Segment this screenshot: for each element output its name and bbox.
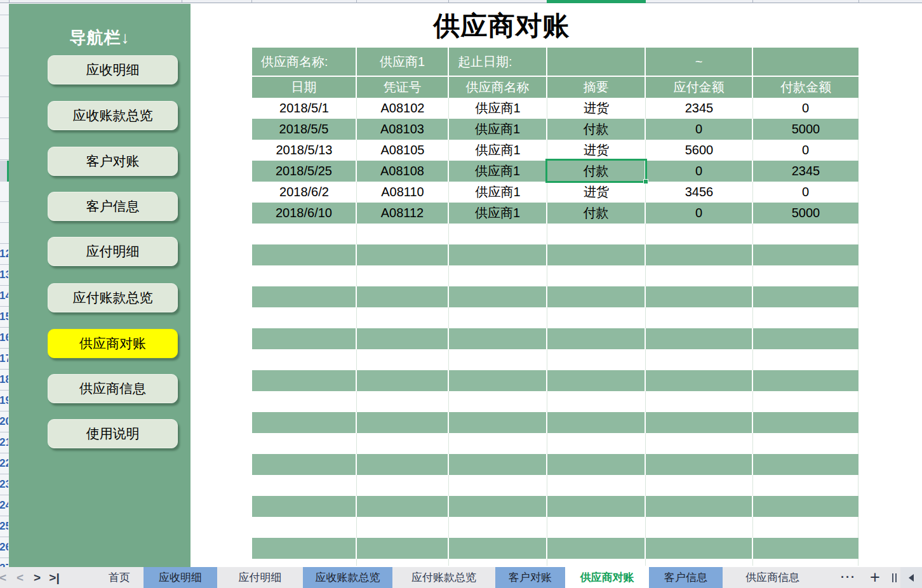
empty-cell[interactable]	[753, 265, 859, 286]
data-cell[interactable]: A08105	[357, 140, 449, 161]
data-cell[interactable]: 进货	[547, 140, 646, 161]
data-cell[interactable]: 付款	[547, 161, 646, 182]
data-cell[interactable]: 0	[646, 161, 753, 182]
empty-cell[interactable]	[252, 496, 357, 517]
empty-cell[interactable]	[547, 370, 646, 391]
empty-cell[interactable]	[357, 286, 449, 307]
data-cell[interactable]: A08110	[357, 182, 449, 203]
empty-cell[interactable]	[449, 265, 547, 286]
empty-cell[interactable]	[357, 265, 449, 286]
sidebar-button-2[interactable]: 应收账款总览	[48, 101, 178, 130]
data-cell[interactable]: 供应商1	[449, 119, 547, 140]
data-cell[interactable]: 供应商1	[449, 140, 547, 161]
info-cell[interactable]: 起止日期:	[449, 48, 547, 77]
sheet-tab[interactable]: 客户信息	[649, 567, 723, 588]
row-header-strip[interactable]: 12131415161718192021222324252627	[0, 4, 9, 567]
empty-cell[interactable]	[646, 286, 753, 307]
sheet-tab[interactable]: 首页	[95, 567, 144, 588]
empty-cell[interactable]	[547, 328, 646, 349]
empty-cell[interactable]	[449, 475, 547, 496]
empty-cell[interactable]	[547, 454, 646, 475]
data-cell[interactable]: 供应商1	[449, 203, 547, 224]
empty-cell[interactable]	[252, 328, 357, 349]
column-header-strip[interactable]	[0, 0, 922, 3]
data-cell[interactable]: 2018/5/5	[252, 119, 357, 140]
sidebar-button-1[interactable]: 应收明细	[48, 55, 178, 84]
sidebar-button-7[interactable]: 供应商对账	[48, 329, 178, 358]
empty-cell[interactable]	[252, 559, 357, 566]
empty-cell[interactable]	[252, 370, 357, 391]
info-cell[interactable]: ~	[646, 48, 753, 77]
first-sheet-icon[interactable]: <	[0, 567, 11, 588]
empty-cell[interactable]	[753, 538, 859, 559]
empty-cell[interactable]	[753, 370, 859, 391]
empty-cell[interactable]	[547, 517, 646, 538]
tab-splitter-handle[interactable]	[888, 567, 900, 588]
column-header-cell[interactable]: 供应商名称	[449, 77, 547, 98]
empty-cell[interactable]	[357, 454, 449, 475]
info-cell[interactable]: 供应商名称:	[252, 48, 357, 77]
data-cell[interactable]: 5000	[753, 203, 859, 224]
empty-cell[interactable]	[252, 391, 357, 412]
empty-cell[interactable]	[357, 412, 449, 433]
data-cell[interactable]: A08108	[357, 161, 449, 182]
data-cell[interactable]: 0	[646, 119, 753, 140]
empty-cell[interactable]	[252, 244, 357, 265]
data-cell[interactable]: 付款	[547, 203, 646, 224]
data-cell[interactable]: 0	[646, 203, 753, 224]
empty-cell[interactable]	[646, 559, 753, 566]
empty-cell[interactable]	[646, 538, 753, 559]
empty-cell[interactable]	[357, 475, 449, 496]
last-sheet-icon[interactable]: >|	[46, 567, 63, 588]
empty-cell[interactable]	[449, 349, 547, 370]
empty-cell[interactable]	[252, 517, 357, 538]
empty-cell[interactable]	[547, 391, 646, 412]
empty-cell[interactable]	[547, 286, 646, 307]
empty-cell[interactable]	[357, 391, 449, 412]
column-header-cell[interactable]: 摘要	[547, 77, 646, 98]
data-cell[interactable]: 供应商1	[449, 98, 547, 119]
empty-cell[interactable]	[646, 517, 753, 538]
empty-cell[interactable]	[547, 224, 646, 244]
sheet-overflow-button[interactable]: ···	[834, 567, 862, 588]
data-cell[interactable]: 2018/5/1	[252, 98, 357, 119]
empty-cell[interactable]	[753, 433, 859, 454]
empty-cell[interactable]	[357, 496, 449, 517]
empty-cell[interactable]	[646, 412, 753, 433]
empty-cell[interactable]	[646, 370, 753, 391]
sidebar-button-8[interactable]: 供应商信息	[48, 374, 178, 403]
empty-cell[interactable]	[547, 433, 646, 454]
empty-cell[interactable]	[753, 517, 859, 538]
empty-cell[interactable]	[547, 412, 646, 433]
data-cell[interactable]: 供应商1	[449, 182, 547, 203]
empty-cell[interactable]	[357, 538, 449, 559]
info-cell[interactable]: 供应商1	[357, 48, 449, 77]
empty-cell[interactable]	[252, 412, 357, 433]
empty-cell[interactable]	[449, 496, 547, 517]
empty-cell[interactable]	[547, 265, 646, 286]
next-sheet-icon[interactable]: >	[29, 567, 46, 588]
empty-cell[interactable]	[753, 412, 859, 433]
empty-cell[interactable]	[753, 328, 859, 349]
empty-cell[interactable]	[753, 391, 859, 412]
sidebar-button-4[interactable]: 客户信息	[48, 192, 178, 221]
empty-cell[interactable]	[357, 370, 449, 391]
empty-cell[interactable]	[449, 307, 547, 328]
data-cell[interactable]: 2345	[646, 98, 753, 119]
empty-cell[interactable]	[449, 559, 547, 566]
empty-cell[interactable]	[252, 433, 357, 454]
empty-cell[interactable]	[753, 244, 859, 265]
empty-cell[interactable]	[646, 265, 753, 286]
empty-cell[interactable]	[547, 559, 646, 566]
sheet-tab[interactable]: 应付账款总览	[392, 567, 495, 588]
sidebar-button-5[interactable]: 应付明细	[48, 237, 178, 266]
empty-cell[interactable]	[357, 328, 449, 349]
data-cell[interactable]: 0	[753, 182, 859, 203]
info-cell[interactable]	[547, 48, 646, 77]
sheet-tab[interactable]: 客户对账	[495, 567, 565, 588]
empty-cell[interactable]	[449, 433, 547, 454]
empty-cell[interactable]	[753, 349, 859, 370]
data-cell[interactable]: 2018/5/13	[252, 140, 357, 161]
sidebar-button-6[interactable]: 应付账款总览	[48, 283, 178, 312]
empty-cell[interactable]	[646, 496, 753, 517]
